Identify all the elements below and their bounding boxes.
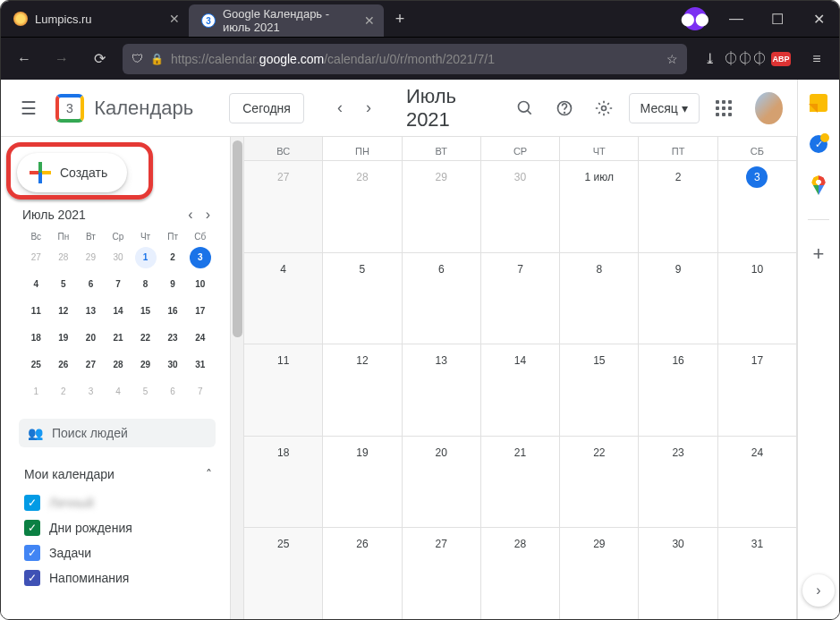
menu-icon[interactable]: ≡	[803, 46, 830, 72]
mini-day[interactable]: 10	[190, 274, 211, 295]
checkbox-icon[interactable]: ✓	[24, 520, 40, 536]
grid-day-cell[interactable]: 18	[244, 437, 323, 528]
calendar-item[interactable]: ✓Личный	[19, 490, 230, 515]
mini-day[interactable]: 23	[162, 327, 183, 349]
hamburger-icon[interactable]: ☰	[12, 89, 46, 128]
grid-day-cell[interactable]: 27	[244, 161, 323, 252]
mini-day[interactable]: 22	[135, 327, 157, 349]
search-people-input[interactable]: 👥 Поиск людей	[19, 419, 216, 447]
grid-day-cell[interactable]: 3	[718, 161, 797, 252]
mini-day[interactable]: 27	[80, 354, 101, 376]
mini-day[interactable]: 16	[162, 301, 183, 322]
tab-lumpics[interactable]: Lumpics.ru ✕	[1, 1, 189, 37]
mini-day[interactable]: 4	[107, 381, 129, 403]
mini-day[interactable]: 6	[80, 274, 101, 295]
grid-day-cell[interactable]: 14	[481, 344, 560, 436]
checkbox-icon[interactable]: ✓	[24, 570, 40, 586]
grid-day-cell[interactable]: 25	[244, 528, 323, 619]
calendar-item[interactable]: ✓Дни рождения	[19, 515, 230, 540]
grid-day-cell[interactable]: 10	[718, 253, 797, 344]
mini-day[interactable]: 17	[190, 301, 211, 322]
mini-day[interactable]: 30	[107, 247, 129, 268]
mini-day[interactable]: 28	[53, 247, 74, 268]
maps-icon[interactable]	[808, 174, 829, 196]
grid-day-cell[interactable]: 30	[481, 161, 560, 252]
library-icon[interactable]: ⏀⏀⏀	[732, 46, 759, 72]
grid-day-cell[interactable]: 31	[718, 528, 797, 619]
grid-day-cell[interactable]: 15	[560, 344, 639, 436]
view-selector[interactable]: Месяц▾	[629, 93, 700, 123]
mini-day[interactable]: 29	[80, 247, 101, 268]
abp-icon[interactable]: ABP	[768, 46, 794, 72]
mini-day[interactable]: 15	[135, 301, 157, 322]
grid-day-cell[interactable]: 28	[481, 528, 560, 619]
mini-day[interactable]: 14	[107, 301, 129, 322]
grid-day-cell[interactable]: 19	[323, 437, 402, 528]
settings-icon[interactable]	[589, 90, 619, 126]
tab-google-calendar[interactable]: 3 Google Календарь - июль 2021 ✕	[189, 4, 384, 37]
hide-rail-button[interactable]: ›	[802, 574, 835, 607]
mini-day[interactable]: 24	[190, 327, 211, 349]
grid-day-cell[interactable]: 16	[639, 344, 717, 436]
lock-icon[interactable]: 🔒	[150, 53, 164, 65]
grid-day-cell[interactable]: 7	[481, 253, 560, 344]
reload-button[interactable]: ⟳	[85, 45, 114, 73]
grid-day-cell[interactable]: 2	[639, 161, 717, 252]
grid-day-cell[interactable]: 9	[639, 253, 717, 344]
grid-day-cell[interactable]: 17	[718, 344, 797, 436]
mini-day[interactable]: 21	[107, 327, 129, 349]
mini-day[interactable]: 4	[25, 274, 47, 295]
grid-day-cell[interactable]: 30	[639, 528, 717, 619]
grid-day-cell[interactable]: 28	[323, 161, 402, 252]
back-button[interactable]: ←	[10, 45, 38, 73]
mini-day[interactable]: 18	[25, 327, 47, 349]
shield-icon[interactable]: 🛡	[132, 52, 143, 65]
calendar-item[interactable]: ✓Задачи	[19, 540, 230, 565]
account-avatar[interactable]	[755, 92, 783, 124]
grid-day-cell[interactable]: 13	[403, 344, 481, 436]
grid-day-cell[interactable]: 8	[560, 253, 639, 344]
bookmark-icon[interactable]: ☆	[666, 52, 678, 66]
grid-day-cell[interactable]: 6	[403, 253, 481, 344]
mini-day[interactable]: 13	[80, 301, 101, 322]
grid-day-cell[interactable]: 12	[323, 344, 402, 436]
my-calendars-toggle[interactable]: Мои календари ˄	[1, 460, 230, 488]
mini-day[interactable]: 6	[162, 381, 183, 403]
new-tab-button[interactable]: +	[384, 1, 416, 37]
search-icon[interactable]	[509, 90, 539, 126]
mini-day[interactable]: 7	[190, 381, 211, 403]
mini-day[interactable]: 3	[190, 247, 211, 268]
mini-day[interactable]: 9	[162, 274, 183, 295]
sidebar-scrollbar[interactable]	[230, 137, 243, 619]
mini-day[interactable]: 25	[25, 354, 47, 376]
checkbox-icon[interactable]: ✓	[24, 545, 40, 561]
mini-day[interactable]: 2	[53, 381, 74, 403]
add-addon-button[interactable]: +	[808, 243, 829, 265]
mini-prev-button[interactable]: ‹	[184, 205, 196, 225]
today-button[interactable]: Сегодня	[229, 93, 304, 123]
grid-day-cell[interactable]: 4	[244, 253, 323, 344]
close-window-button[interactable]: ✕	[798, 1, 839, 37]
maximize-button[interactable]: ☐	[757, 1, 798, 37]
mini-day[interactable]: 20	[80, 327, 101, 349]
mini-day[interactable]: 5	[135, 381, 157, 403]
grid-day-cell[interactable]: 5	[323, 253, 402, 344]
grid-day-cell[interactable]: 24	[718, 437, 797, 528]
mini-day[interactable]: 27	[25, 247, 47, 268]
mini-next-button[interactable]: ›	[202, 205, 214, 225]
grid-day-cell[interactable]: 29	[560, 528, 639, 619]
keep-icon[interactable]	[808, 92, 829, 114]
grid-day-cell[interactable]: 11	[244, 344, 323, 436]
mini-day[interactable]: 2	[162, 247, 183, 268]
close-icon[interactable]: ✕	[169, 12, 180, 26]
create-button[interactable]: Создать	[17, 153, 127, 192]
container-badge[interactable]: ⬤⬤	[675, 1, 716, 37]
grid-day-cell[interactable]: 1 июл	[560, 161, 639, 252]
mini-day[interactable]: 28	[107, 354, 129, 376]
checkbox-icon[interactable]: ✓	[24, 495, 40, 511]
grid-day-cell[interactable]: 26	[323, 528, 402, 619]
mini-day[interactable]: 7	[107, 274, 129, 295]
mini-day[interactable]: 11	[25, 301, 47, 322]
mini-day[interactable]: 1	[135, 247, 157, 268]
google-apps-icon[interactable]	[708, 90, 739, 126]
